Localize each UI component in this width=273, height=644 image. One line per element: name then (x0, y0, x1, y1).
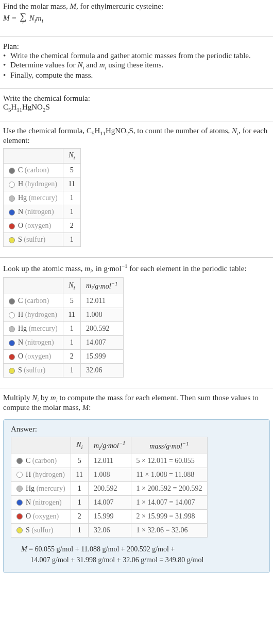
mi-cell: 15.999 (81, 350, 124, 364)
lookup-text: Look up the atomic mass, mi, in g·mol−1 … (3, 263, 270, 274)
element-cell: Hg (mercury) (11, 481, 71, 495)
mult-M: M (82, 403, 89, 412)
element-swatch-icon (9, 312, 15, 318)
element-swatch-icon (16, 499, 23, 506)
mi-cell: 1.008 (81, 308, 124, 322)
mi-cell: 12.011 (81, 294, 124, 308)
mult-pre: Multiply (3, 393, 32, 402)
final-equation: M = 60.055 g/mol + 11.088 g/mol + 200.59… (21, 544, 259, 565)
table-row: C (carbon)5 (4, 163, 81, 177)
plan-item: •Determine values for Ni and mi using th… (3, 61, 270, 70)
lookup-post: for each element in the periodic table: (127, 264, 246, 273)
intro-title-prefix: Find the molar mass, (3, 2, 70, 10)
mi-cell: 200.592 (89, 481, 131, 495)
count-pre: Use the chemical formula, (3, 127, 87, 135)
mi-cell: 32.06 (89, 523, 131, 537)
atomic-mass-table: Ni mi/g·mol−1 C (carbon)512.011H (hydrog… (3, 277, 124, 378)
element-swatch-icon (9, 368, 15, 374)
count-block: Use the chemical formula, C5H11HgNO2S, t… (0, 124, 273, 254)
count-post: , to count the number of atoms, (133, 127, 232, 135)
element-swatch-icon (9, 195, 15, 202)
ni-cell: 11 (63, 177, 80, 191)
divider (0, 37, 273, 37)
ni-cell: 11 (63, 308, 80, 322)
table-row: Hg (mercury)1 (4, 191, 81, 205)
table-row: N (nitrogen)114.0071 × 14.007 = 14.007 (11, 495, 208, 509)
element-swatch-icon (9, 168, 15, 174)
element-cell: H (hydrogen) (4, 177, 63, 191)
table-row: H (hydrogen)11 (4, 177, 81, 191)
element-cell: H (hydrogen) (4, 308, 63, 322)
table-row: N (nitrogen)1 (4, 205, 81, 219)
col-mi: mi/g·mol−1 (89, 437, 131, 454)
table-row: O (oxygen)215.999 (4, 350, 124, 364)
divider (0, 388, 273, 388)
mult-m: mi (50, 393, 58, 402)
mass-cell: 5 × 12.011 = 60.055 (131, 454, 208, 468)
answer-box: Answer: Ni mi/g·mol−1 mass/g·mol−1 C (ca… (3, 419, 270, 573)
ni-cell: 2 (63, 219, 80, 232)
mult-mid: by (39, 393, 50, 402)
plan-heading: Plan: (3, 42, 270, 51)
lookup-block: Look up the atomic mass, mi, in g·mol−1 … (0, 261, 273, 385)
ni-cell: 1 (63, 336, 80, 350)
table-row: N (nitrogen)114.007 (4, 336, 124, 350)
element-cell: O (oxygen) (11, 509, 71, 523)
intro-equation: M = ∑ i Nimi (3, 12, 270, 26)
mult-end: : (89, 403, 91, 412)
mass-cell: 2 × 15.999 = 31.998 (131, 509, 208, 523)
divider (0, 121, 273, 121)
table-row: S (sulfur)132.06 (4, 364, 124, 378)
table-row: H (hydrogen)111.00811 × 1.008 = 11.088 (11, 468, 208, 481)
element-swatch-icon (9, 326, 15, 332)
eq-right: Nimi (29, 14, 43, 22)
ni-cell: 1 (63, 322, 80, 336)
ni-cell: 1 (71, 481, 88, 495)
table-row: O (oxygen)215.9992 × 15.999 = 31.998 (11, 509, 208, 523)
plan-item: •Finally, compute the mass. (3, 71, 270, 80)
element-cell: H (hydrogen) (11, 468, 71, 481)
element-swatch-icon (9, 209, 15, 216)
sigma-sub: i (20, 20, 26, 25)
element-cell: N (nitrogen) (4, 336, 63, 350)
element-swatch-icon (16, 513, 23, 520)
col-Ni: Ni (63, 149, 80, 164)
element-cell: C (carbon) (11, 454, 71, 468)
element-cell: C (carbon) (4, 294, 63, 308)
element-cell: Hg (mercury) (4, 322, 63, 336)
ni-cell: 1 (63, 232, 80, 246)
mi-cell: 15.999 (89, 509, 131, 523)
mi-cell: 1.008 (89, 468, 131, 481)
ni-cell: 1 (63, 205, 80, 219)
col-Ni: Ni (63, 277, 80, 294)
ni-cell: 11 (71, 468, 88, 481)
eq-equals: = (10, 14, 19, 22)
element-swatch-icon (9, 354, 15, 360)
table-row: S (sulfur)1 (4, 232, 81, 246)
multiply-text: Multiply Ni by mi to compute the mass fo… (3, 393, 270, 412)
element-swatch-icon (9, 237, 15, 243)
chemical-formula: C5H11HgNO2S (3, 103, 270, 113)
col-Ni: Ni (71, 437, 88, 454)
divider (0, 88, 273, 89)
ni-cell: 1 (71, 495, 88, 509)
mass-cell: 11 × 1.008 = 11.088 (131, 468, 208, 481)
sigma-icon: ∑ i (20, 12, 26, 26)
element-swatch-icon (16, 472, 23, 478)
mi-cell: 14.007 (81, 336, 124, 350)
plan-item: •Write the chemical formula and gather a… (3, 51, 270, 60)
element-cell: O (oxygen) (4, 350, 63, 364)
intro-title-var: M (70, 2, 77, 10)
element-swatch-icon (9, 340, 15, 346)
plan-item-text: Finally, compute the mass. (10, 71, 93, 80)
ni-cell: 1 (63, 191, 80, 205)
formula-block: Write the chemical formula: C5H11HgNO2S (0, 92, 273, 118)
element-swatch-icon (9, 298, 15, 305)
mass-cell: 1 × 14.007 = 14.007 (131, 495, 208, 509)
element-swatch-icon (16, 527, 23, 533)
mi-cell: 32.06 (81, 364, 124, 378)
element-cell: Hg (mercury) (4, 191, 63, 205)
ni-cell: 1 (71, 523, 88, 537)
element-swatch-icon (16, 486, 23, 492)
lookup-pre: Look up the atomic mass, (3, 264, 84, 273)
